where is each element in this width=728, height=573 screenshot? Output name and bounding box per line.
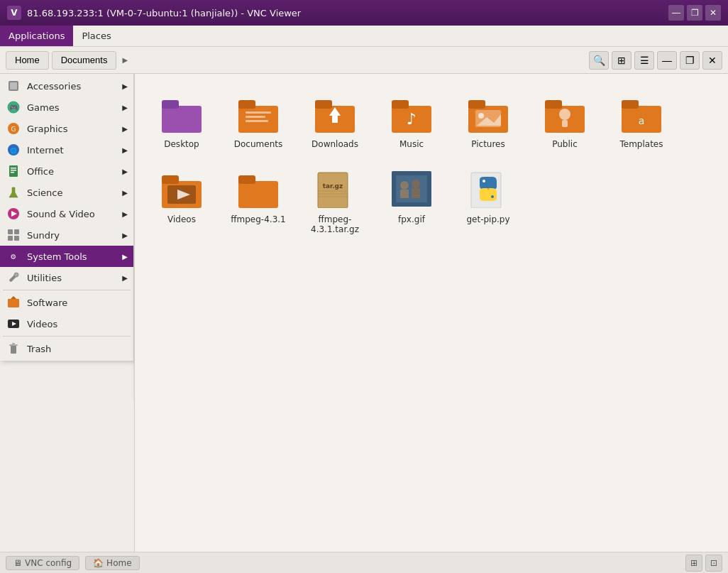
science-icon xyxy=(6,185,21,200)
software-label: Software xyxy=(27,298,67,308)
desktop-label: Desktop xyxy=(164,139,199,149)
minimize-button[interactable]: — xyxy=(668,5,684,21)
svg-rect-54 xyxy=(246,116,265,118)
videos-label: Videos xyxy=(167,214,196,224)
documents-icon xyxy=(236,91,281,136)
file-getpip[interactable]: get-pip.py xyxy=(453,160,524,240)
svg-rect-93 xyxy=(412,188,420,198)
svg-rect-57 xyxy=(315,100,332,109)
file-ffmpeg1[interactable]: ffmpeg-4.3.1 xyxy=(223,160,294,240)
svg-rect-53 xyxy=(246,111,271,114)
breadcrumb-more[interactable]: ▶ xyxy=(119,55,131,66)
menu-software[interactable]: Software xyxy=(0,292,133,313)
home-status-button[interactable]: 🏠 Home xyxy=(85,556,139,570)
menubar: Applications Places xyxy=(0,26,728,47)
file-desktop[interactable]: Desktop xyxy=(146,85,217,155)
system-tools-label: System Tools xyxy=(27,251,87,262)
file-public[interactable]: Public xyxy=(529,85,600,155)
menu-sundry[interactable]: Sundry ▶ xyxy=(0,224,133,246)
vnc-config-button[interactable]: 🖥 VNC config xyxy=(6,556,79,570)
getpip-icon xyxy=(465,166,511,212)
menubar-applications[interactable]: Applications xyxy=(0,26,73,46)
svg-rect-16 xyxy=(8,236,13,241)
maximize-button[interactable]: ❐ xyxy=(687,5,702,21)
svg-point-66 xyxy=(478,113,484,119)
music-label: Music xyxy=(399,139,424,149)
toolbar: Home Documents ▶ 🔍 ⊞ ☰ — ❐ ✕ xyxy=(0,47,728,74)
file-documents[interactable]: Documents xyxy=(223,85,294,155)
fpx-label: fpx.gif xyxy=(398,214,425,224)
svg-rect-59 xyxy=(332,116,338,123)
file-ffmpeg2[interactable]: tar.gz ffmpeg-4.3.1.tar.gz xyxy=(299,160,370,240)
accessories-label: Accessories xyxy=(27,81,81,92)
menu-trash[interactable]: Trash xyxy=(0,338,133,359)
menu-accessories[interactable]: Accessories ▶ xyxy=(0,75,133,97)
svg-rect-91 xyxy=(400,190,409,198)
music-icon: ♪ xyxy=(389,91,434,136)
file-videos[interactable]: Videos xyxy=(146,160,217,240)
menu-graphics[interactable]: G Graphics ▶ xyxy=(0,118,133,139)
menu-games[interactable]: 🎮 Games ▶ xyxy=(0,97,133,118)
pictures-label: Pictures xyxy=(471,139,505,149)
svg-text:G: G xyxy=(11,126,16,133)
svg-rect-49 xyxy=(162,106,202,133)
statusbar: 🖥 VNC config 🏠 Home ⊞ ⊡ xyxy=(0,552,728,573)
graphics-menu-icon: G xyxy=(6,121,21,136)
arrow-icon: ▶ xyxy=(122,189,128,197)
file-templates[interactable]: a Templates xyxy=(606,85,677,155)
svg-rect-81 xyxy=(318,173,348,208)
getpip-label: get-pip.py xyxy=(466,214,509,224)
downloads-icon xyxy=(312,91,358,136)
menu-sound-video[interactable]: Sound & Video ▶ xyxy=(0,203,133,224)
home-status-label: Home xyxy=(106,558,131,568)
svg-rect-48 xyxy=(12,343,15,344)
menu-science[interactable]: Science ▶ xyxy=(0,182,133,203)
file-music[interactable]: ♪ Music xyxy=(376,85,447,155)
toolbar-close[interactable]: ✕ xyxy=(702,51,722,70)
menu-utilities[interactable]: Utilities ▶ xyxy=(0,267,133,288)
svg-rect-69 xyxy=(545,100,562,109)
games-label: Games xyxy=(27,102,59,113)
menubar-places[interactable]: Places xyxy=(73,26,119,46)
home-breadcrumb[interactable]: Home xyxy=(6,51,49,70)
menu-internet[interactable]: 🌐 Internet ▶ xyxy=(0,139,133,160)
svg-point-70 xyxy=(559,109,570,120)
svg-rect-46 xyxy=(11,345,16,354)
view-list-button[interactable]: ☰ xyxy=(634,51,654,70)
arrow-icon: ▶ xyxy=(122,274,128,282)
file-downloads[interactable]: Downloads xyxy=(299,85,370,155)
close-button[interactable]: ✕ xyxy=(705,5,721,21)
view-grid-button[interactable]: ⊞ xyxy=(612,51,632,70)
arrow-icon: ▶ xyxy=(122,82,128,90)
fpx-icon xyxy=(389,166,434,212)
file-fpx[interactable]: fpx.gif xyxy=(376,160,447,240)
svg-point-96 xyxy=(491,195,494,198)
documents-label: Documents xyxy=(234,139,282,149)
arrow-icon: ▶ xyxy=(122,104,128,111)
search-button[interactable]: 🔍 xyxy=(589,51,609,70)
arrow-icon: ▶ xyxy=(122,125,128,133)
status-view-list-button[interactable]: ⊡ xyxy=(705,555,722,572)
utilities-label: Utilities xyxy=(27,273,62,283)
app-icon: V xyxy=(7,6,21,20)
menu-system-tools[interactable]: ⚙ System Tools ▶ Preferences ▶ xyxy=(0,246,133,267)
toolbar-maximize[interactable]: ❐ xyxy=(680,51,700,70)
videos-folder-icon xyxy=(159,166,204,212)
sound-video-menu-icon xyxy=(6,206,21,222)
menu-divider2 xyxy=(3,336,131,337)
menu-videos[interactable]: Videos xyxy=(0,313,133,334)
documents-breadcrumb[interactable]: Documents xyxy=(52,51,117,70)
svg-text:⚙: ⚙ xyxy=(11,253,17,261)
arrow-icon: ▶ xyxy=(122,146,128,154)
toolbar-minimize[interactable]: — xyxy=(657,51,677,70)
svg-rect-50 xyxy=(162,100,179,109)
statusbar-right: ⊞ ⊡ xyxy=(685,555,722,572)
menu-office[interactable]: Office ▶ xyxy=(0,160,133,182)
app-menu: Accessories ▶ 🎮 Games ▶ G Graphics ▶ xyxy=(0,74,135,361)
svg-rect-17 xyxy=(14,236,19,241)
svg-rect-51 xyxy=(238,106,278,133)
vnc-config-label: VNC config xyxy=(25,558,72,568)
public-icon xyxy=(542,91,588,136)
status-view-grid-button[interactable]: ⊞ xyxy=(685,555,702,572)
file-pictures[interactable]: Pictures xyxy=(453,85,524,155)
